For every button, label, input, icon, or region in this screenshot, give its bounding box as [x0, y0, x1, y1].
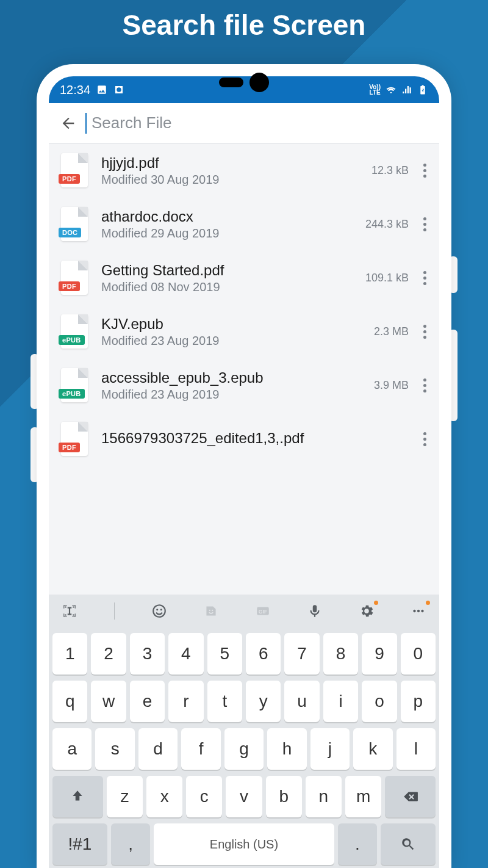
key-9[interactable]: 9 [362, 633, 396, 675]
key-c[interactable]: c [186, 776, 222, 817]
file-type-tag: ePUB [59, 335, 85, 345]
file-row[interactable]: ePUB KJV.epub Modified 23 Aug 2019 2.3 M… [49, 305, 439, 358]
svg-point-0 [117, 87, 121, 92]
key-6[interactable]: 6 [246, 633, 281, 675]
file-icon: PDF [59, 259, 90, 296]
file-size: 2.3 MB [374, 325, 409, 338]
key-y[interactable]: y [246, 681, 281, 722]
file-type-tag: DOC [59, 228, 81, 237]
file-more-button[interactable] [417, 429, 432, 450]
file-row[interactable]: PDF 1566979303725_edited1,3,.pdf [49, 412, 439, 466]
key-l[interactable]: l [396, 728, 436, 770]
key-1[interactable]: 1 [52, 633, 87, 675]
phone-screen: 12:34 Vo)) LTE [49, 76, 439, 868]
symbols-key[interactable]: !#1 [52, 823, 107, 865]
mic-icon[interactable] [305, 601, 325, 621]
promo-headline: Search file Screen [0, 9, 488, 42]
more-icon[interactable] [409, 601, 428, 621]
key-8[interactable]: 8 [323, 633, 358, 675]
key-z[interactable]: z [107, 776, 143, 817]
key-e[interactable]: e [130, 681, 165, 722]
settings-icon[interactable] [357, 601, 376, 621]
key-a[interactable]: a [52, 728, 92, 770]
key-h[interactable]: h [267, 728, 306, 770]
key-b[interactable]: b [266, 776, 302, 817]
file-more-button[interactable] [417, 375, 432, 396]
key-2[interactable]: 2 [91, 633, 126, 675]
file-icon: ePUB [59, 367, 90, 403]
text-select-icon[interactable] [60, 601, 79, 621]
back-button[interactable] [57, 112, 79, 134]
key-s[interactable]: s [95, 728, 134, 770]
file-icon: ePUB [59, 313, 90, 350]
key-x[interactable]: x [146, 776, 182, 817]
status-time: 12:34 [60, 83, 90, 97]
svg-point-8 [413, 610, 415, 612]
file-more-button[interactable] [417, 214, 432, 235]
file-modified: Modified 23 Aug 2019 [101, 334, 374, 348]
file-row[interactable]: PDF hjjyjd.pdf Modified 30 Aug 2019 12.3… [49, 143, 439, 197]
image-icon [96, 84, 107, 95]
gif-icon[interactable]: GIF [253, 601, 273, 621]
file-size: 244.3 kB [365, 218, 409, 231]
period-key[interactable]: . [338, 823, 377, 865]
file-name: accessible_epub_3.epub [101, 369, 374, 386]
file-modified: Modified 30 Aug 2019 [101, 173, 371, 187]
key-3[interactable]: 3 [130, 633, 165, 675]
key-o[interactable]: o [362, 681, 396, 722]
search-input[interactable] [87, 114, 431, 132]
file-list[interactable]: PDF hjjyjd.pdf Modified 30 Aug 2019 12.3… [49, 143, 439, 595]
file-row[interactable]: ePUB accessible_epub_3.epub Modified 23 … [49, 358, 439, 412]
key-k[interactable]: k [353, 728, 392, 770]
key-w[interactable]: w [91, 681, 126, 722]
file-name: KJV.epub [101, 316, 374, 333]
comma-key[interactable]: , [111, 823, 150, 865]
shift-key[interactable] [52, 776, 103, 817]
key-d[interactable]: d [138, 728, 178, 770]
key-0[interactable]: 0 [401, 633, 436, 675]
wifi-icon [386, 84, 396, 95]
space-key[interactable]: English (US) [154, 823, 334, 865]
file-name: Getting Started.pdf [101, 262, 365, 279]
file-size: 12.3 kB [371, 164, 409, 177]
file-row[interactable]: PDF Getting Started.pdf Modified 08 Nov … [49, 251, 439, 305]
key-m[interactable]: m [345, 776, 381, 817]
keyboard: GIF 1234567890qwertyuiopasdfghjklzxcvbnm [49, 595, 439, 868]
emoji-icon[interactable] [149, 601, 169, 621]
key-p[interactable]: p [401, 681, 436, 722]
key-t[interactable]: t [207, 681, 242, 722]
key-5[interactable]: 5 [207, 633, 242, 675]
svg-point-10 [421, 610, 423, 612]
key-i[interactable]: i [323, 681, 358, 722]
key-u[interactable]: u [284, 681, 319, 722]
volte-icon: Vo)) LTE [369, 84, 381, 95]
file-more-button[interactable] [417, 160, 432, 181]
phone-frame: 12:34 Vo)) LTE [37, 64, 451, 868]
key-r[interactable]: r [168, 681, 203, 722]
phone-notch [219, 73, 269, 92]
file-icon: DOC [59, 206, 90, 242]
key-7[interactable]: 7 [284, 633, 319, 675]
file-name: hjjyjd.pdf [101, 154, 371, 172]
file-more-button[interactable] [417, 267, 432, 289]
search-key[interactable] [381, 823, 436, 865]
backspace-key[interactable] [385, 776, 436, 817]
key-q[interactable]: q [52, 681, 87, 722]
sticker-icon[interactable] [201, 601, 221, 621]
file-modified: Modified 29 Aug 2019 [101, 226, 365, 241]
key-g[interactable]: g [224, 728, 264, 770]
key-f[interactable]: f [181, 728, 220, 770]
key-v[interactable]: v [226, 776, 262, 817]
file-name: athardoc.docx [101, 208, 365, 225]
file-type-tag: PDF [59, 443, 80, 452]
keyboard-toolbar: GIF [49, 595, 439, 627]
file-row[interactable]: DOC athardoc.docx Modified 29 Aug 2019 2… [49, 197, 439, 251]
key-j[interactable]: j [310, 728, 350, 770]
file-size: 109.1 kB [365, 272, 409, 284]
key-n[interactable]: n [306, 776, 342, 817]
search-bar [49, 103, 439, 143]
svg-point-5 [212, 610, 213, 611]
file-modified: Modified 23 Aug 2019 [101, 388, 374, 402]
file-more-button[interactable] [417, 321, 432, 342]
key-4[interactable]: 4 [168, 633, 203, 675]
